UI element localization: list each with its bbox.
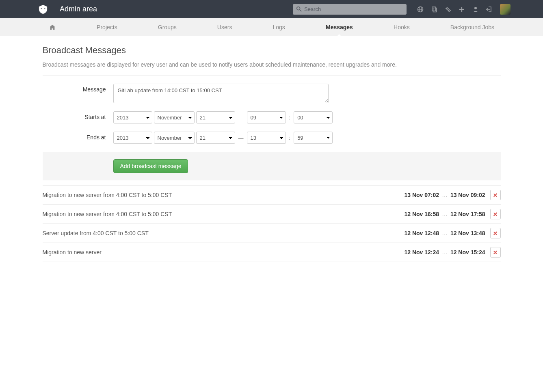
starts-day-select[interactable]: 21 [196,111,235,123]
search-icon [296,6,302,12]
broadcast-item: Migration to new server from 4:00 CST to… [43,205,501,224]
label-ends: Ends at [43,132,113,141]
nav-groups[interactable]: Groups [158,18,177,36]
logo-icon [38,4,48,15]
submit-row: Add broadcast message [43,152,501,180]
ends-hour-select[interactable]: 13 [247,132,286,144]
broadcast-item: Migration to new server12 Nov 12:24 … 12… [43,243,501,262]
broadcast-text: Migration to new server from 4:00 CST to… [43,211,405,217]
time-separator: : [288,115,292,121]
broadcast-list: Migration to new server from 4:00 CST to… [43,185,501,262]
page-description: Broadcast messages are displayed for eve… [43,61,501,68]
nav-messages[interactable]: Messages [326,18,353,36]
broadcast-text: Migration to new server from 4:00 CST to… [43,192,405,198]
signout-icon[interactable] [486,6,493,13]
ends-month-select[interactable]: November [154,132,195,144]
ends-minute-select[interactable]: 59 [294,132,333,144]
files-icon[interactable] [431,6,437,13]
user-icon[interactable] [472,6,479,13]
label-starts: Starts at [43,111,113,120]
nav-home[interactable] [49,18,56,36]
logo[interactable] [32,0,54,18]
starts-hour-select[interactable]: 09 [247,111,286,123]
divider [43,75,501,76]
svg-point-0 [297,6,300,10]
svg-line-1 [300,9,301,11]
page-title: Broadcast Messages [43,45,501,56]
starts-year-select[interactable]: 2013 [113,111,152,123]
close-icon [493,193,498,197]
broadcast-dates: 12 Nov 12:24 … 12 Nov 15:24 [405,249,485,256]
broadcast-item: Migration to new server from 4:00 CST to… [43,185,501,205]
ends-year-select[interactable]: 2013 [113,132,152,144]
delete-button[interactable] [490,228,501,238]
delete-button[interactable] [490,247,501,258]
date-time-separator: — [237,135,245,141]
close-icon [493,231,498,236]
nav-users[interactable]: Users [217,18,232,36]
broadcast-dates: 13 Nov 07:02 … 13 Nov 09:02 [405,192,485,198]
nav-tabs: Projects Groups Users Logs Messages Hook… [0,18,543,36]
delete-button[interactable] [490,190,501,200]
broadcast-text: Migration to new server [43,249,405,256]
svg-point-7 [446,8,448,9]
globe-icon[interactable] [417,6,424,13]
search-wrap [293,4,407,15]
user-avatar[interactable] [500,4,511,15]
message-textarea[interactable] [113,84,329,103]
broadcast-dates: 12 Nov 16:58 … 12 Nov 17:58 [405,211,485,217]
starts-month-select[interactable]: November [154,111,195,123]
cogs-icon[interactable] [445,6,451,13]
home-icon [49,24,56,31]
add-broadcast-button[interactable]: Add broadcast message [113,159,188,173]
nav-projects[interactable]: Projects [97,18,117,36]
svg-point-11 [474,7,477,9]
delete-button[interactable] [490,209,501,219]
content: Broadcast Messages Broadcast messages ar… [43,36,501,262]
topbar-icons [417,4,511,15]
date-time-separator: — [237,115,245,121]
ends-day-select[interactable]: 21 [196,132,235,144]
topbar: Admin area [0,0,543,18]
nav-hooks[interactable]: Hooks [394,18,410,36]
svg-rect-5 [432,7,435,11]
nav-background-jobs[interactable]: Background Jobs [450,18,494,36]
broadcast-dates: 12 Nov 12:48 … 12 Nov 13:48 [405,230,485,236]
topbar-title[interactable]: Admin area [60,5,97,13]
svg-rect-6 [433,8,437,12]
form-row-starts: Starts at 2013 November 21 — 09 : 00 [43,111,501,123]
broadcast-item: Server update from 4:00 CST to 5:00 CST1… [43,224,501,243]
broadcast-text: Server update from 4:00 CST to 5:00 CST [43,230,405,236]
time-separator: : [288,135,292,141]
search-input[interactable] [293,4,407,15]
close-icon [493,212,498,217]
close-icon [493,250,498,255]
plus-icon[interactable] [459,6,465,13]
svg-point-8 [448,10,450,11]
label-message: Message [43,84,113,93]
form-row-ends: Ends at 2013 November 21 — 13 : 59 [43,132,501,144]
nav-logs[interactable]: Logs [273,18,285,36]
form-row-message: Message [43,84,501,103]
starts-minute-select[interactable]: 00 [294,111,333,123]
